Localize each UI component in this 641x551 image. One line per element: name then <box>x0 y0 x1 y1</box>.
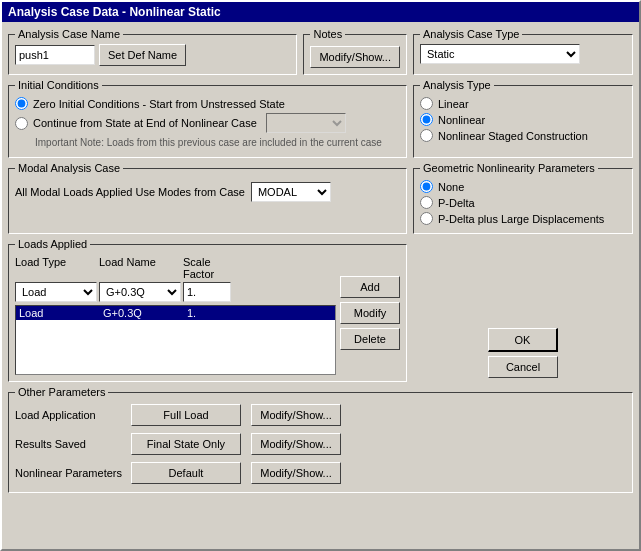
modal-case-select[interactable]: MODAL <box>251 182 331 202</box>
at-label-linear: Linear <box>438 98 469 110</box>
at-radio-staged[interactable] <box>420 129 433 142</box>
analysis-case-type-label: Analysis Case Type <box>420 28 522 40</box>
other-param-row-2: Nonlinear Parameters Default Modify/Show… <box>15 460 626 486</box>
window-title: Analysis Case Data - Nonlinear Static <box>8 5 221 19</box>
analysis-type-label: Analysis Type <box>420 79 494 91</box>
loads-applied-label: Loads Applied <box>15 238 90 250</box>
gn-label-none: None <box>438 181 464 193</box>
loads-header-scale: Scale Factor <box>183 256 233 280</box>
ic-radio-continue[interactable] <box>15 117 28 130</box>
ic-label-zero: Zero Initial Conditions - Start from Uns… <box>33 98 285 110</box>
initial-conditions-label: Initial Conditions <box>15 79 102 91</box>
at-label-nonlinear: Nonlinear <box>438 114 485 126</box>
gn-radio-pdelta[interactable] <box>420 196 433 209</box>
nonlinear-params-modify-button[interactable]: Modify/Show... <box>251 462 341 484</box>
gn-radio-none[interactable] <box>420 180 433 193</box>
case-name-input[interactable] <box>15 45 95 65</box>
gn-label-pdelta: P-Delta <box>438 197 475 209</box>
load-name-select[interactable]: G+0.3Q <box>99 282 181 302</box>
other-params-label: Other Parameters <box>15 386 108 398</box>
at-label-staged: Nonlinear Staged Construction <box>438 130 588 142</box>
other-param-label-2: Nonlinear Parameters <box>15 467 125 479</box>
delete-button[interactable]: Delete <box>340 328 400 350</box>
ok-button[interactable]: OK <box>488 328 558 352</box>
loads-row-scale: 1. <box>187 307 237 319</box>
cancel-button[interactable]: Cancel <box>488 356 558 378</box>
analysis-case-type-select[interactable]: Static <box>420 44 580 64</box>
loads-header-type: Load Type <box>15 256 99 280</box>
main-window: Analysis Case Data - Nonlinear Static An… <box>0 0 641 551</box>
notes-modify-show-button[interactable]: Modify/Show... <box>310 46 400 68</box>
notes-label: Notes <box>310 28 345 40</box>
loads-list-row[interactable]: Load G+0.3Q 1. <box>16 306 335 320</box>
ic-label-continue: Continue from State at End of Nonlinear … <box>33 117 257 129</box>
loads-list[interactable]: Load G+0.3Q 1. <box>15 305 336 375</box>
modal-case-label: Modal Analysis Case <box>15 162 123 174</box>
ic-case-select[interactable] <box>266 113 346 133</box>
other-param-label-1: Results Saved <box>15 438 125 450</box>
modify-button[interactable]: Modify <box>340 302 400 324</box>
add-button[interactable]: Add <box>340 276 400 298</box>
case-name-label: Analysis Case Name <box>15 28 123 40</box>
other-param-label-0: Load Application <box>15 409 125 421</box>
loads-header-name: Load Name <box>99 256 183 280</box>
at-radio-nonlinear[interactable] <box>420 113 433 126</box>
set-def-name-button[interactable]: Set Def Name <box>99 44 186 66</box>
gn-label-pdelta-large: P-Delta plus Large Displacements <box>438 213 604 225</box>
loads-row-name: G+0.3Q <box>103 307 187 319</box>
ic-note: Important Note: Loads from this previous… <box>15 136 400 149</box>
at-radio-linear[interactable] <box>420 97 433 110</box>
loads-row-type: Load <box>19 307 103 319</box>
load-application-value-button[interactable]: Full Load <box>131 404 241 426</box>
nonlinear-params-value-button[interactable]: Default <box>131 462 241 484</box>
results-saved-value-button[interactable]: Final State Only <box>131 433 241 455</box>
other-param-row-0: Load Application Full Load Modify/Show..… <box>15 402 626 428</box>
modal-case-description: All Modal Loads Applied Use Modes from C… <box>15 186 245 198</box>
load-type-select[interactable]: Load <box>15 282 97 302</box>
results-saved-modify-button[interactable]: Modify/Show... <box>251 433 341 455</box>
geometric-nonlinearity-label: Geometric Nonlinearity Parameters <box>420 162 598 174</box>
title-bar: Analysis Case Data - Nonlinear Static <box>2 2 639 22</box>
load-application-modify-button[interactable]: Modify/Show... <box>251 404 341 426</box>
ic-radio-zero[interactable] <box>15 97 28 110</box>
scale-factor-input[interactable] <box>183 282 231 302</box>
gn-radio-pdelta-large[interactable] <box>420 212 433 225</box>
other-param-row-1: Results Saved Final State Only Modify/Sh… <box>15 431 626 457</box>
